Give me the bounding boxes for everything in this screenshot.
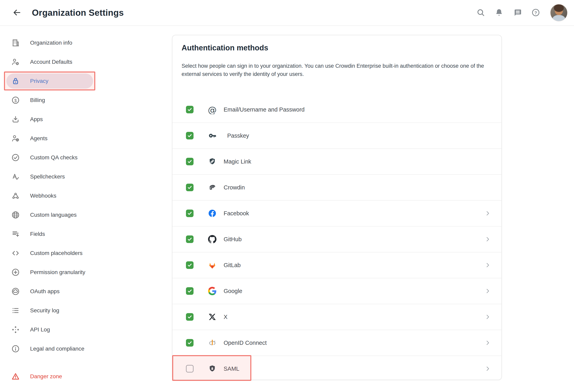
chevron-right-icon[interactable] [484, 365, 491, 372]
sidebar-item-label: Permission granularity [30, 269, 85, 275]
auth-row-google: Google [172, 278, 501, 304]
sidebar-item-legal-and-compliance[interactable]: Legal and compliance [0, 339, 164, 358]
sidebar-item-label: Custom languages [30, 212, 77, 218]
shield-link-icon [207, 157, 217, 166]
svg-text:@: @ [208, 105, 217, 114]
github-checkbox[interactable] [186, 235, 194, 243]
auth-method-label: OpenID Connect [224, 340, 267, 346]
notifications-button[interactable] [494, 8, 504, 18]
authentication-methods-card: Authentication methods Select how people… [172, 35, 502, 380]
chevron-right-icon[interactable] [484, 339, 491, 346]
warning-triangle-icon [11, 372, 20, 381]
user-gear-icon [11, 57, 20, 67]
sidebar-item-security-log[interactable]: Security log [0, 301, 164, 320]
user-avatar[interactable] [550, 4, 568, 21]
webhook-icon [11, 191, 20, 200]
auth-method-label: X [224, 314, 227, 320]
svg-text:?: ? [534, 10, 537, 15]
sidebar-item-label: API Log [30, 327, 50, 333]
auth-row-magic-link: Magic Link [172, 148, 501, 174]
sidebar-item-label: Fields [30, 231, 45, 237]
dollar-circle-icon: $ [11, 96, 20, 105]
sidebar-item-account-defaults[interactable]: Account Defaults [0, 52, 164, 72]
sidebar-item-fields[interactable]: Fields [0, 224, 164, 244]
x-checkbox[interactable] [186, 313, 194, 321]
sidebar-item-custom-qa-checks[interactable]: Custom QA checks [0, 148, 164, 167]
sidebar-item-label: Security log [30, 307, 59, 314]
auth-row-email: @ Email/Username and Password [172, 97, 501, 122]
sidebar-item-api-log[interactable]: API Log [0, 320, 164, 339]
svg-text:$: $ [14, 98, 17, 103]
sidebar-item-agents[interactable]: Agents [0, 129, 164, 148]
sidebar-item-label: Account Defaults [30, 59, 72, 65]
messages-button[interactable] [512, 8, 523, 18]
chevron-right-icon[interactable] [484, 288, 491, 294]
auth-method-label: Facebook [224, 210, 249, 217]
bell-icon [494, 8, 504, 18]
sidebar-item-webhooks[interactable]: Webhooks [0, 186, 164, 205]
spellcheck-icon [11, 172, 20, 181]
saml-checkbox[interactable] [186, 365, 194, 372]
chevron-right-icon[interactable] [484, 262, 491, 269]
search-icon [476, 8, 485, 18]
x-icon [207, 312, 217, 322]
help-icon: ? [531, 8, 540, 18]
at-sign-icon: @ [207, 105, 217, 114]
arrow-left-icon [12, 8, 21, 18]
topbar-actions: ? [475, 4, 568, 21]
google-checkbox[interactable] [186, 287, 194, 295]
sidebar-item-danger-zone[interactable]: Danger zone [0, 367, 164, 386]
back-button[interactable] [11, 7, 22, 18]
facebook-checkbox[interactable] [186, 210, 194, 217]
auth-row-passkey: Passkey [172, 122, 501, 148]
code-brackets-icon [11, 249, 20, 258]
auth-method-label: GitLab [224, 262, 241, 269]
crowdin-checkbox[interactable] [186, 184, 194, 191]
topbar: Organization Settings [0, 0, 574, 26]
globe-icon [11, 210, 20, 219]
chat-icon [513, 8, 522, 18]
sidebar-item-label: Organization info [30, 40, 72, 46]
email-checkbox[interactable] [186, 106, 194, 113]
sidebar-item-label: Webhooks [30, 193, 56, 199]
openid-checkbox[interactable] [186, 339, 194, 347]
auth-methods-list: @ Email/Username and Password [172, 97, 501, 380]
page-title: Organization Settings [32, 8, 124, 18]
sidebar-item-oauth-apps[interactable]: OAuth apps [0, 282, 164, 301]
sidebar-item-label: Billing [30, 97, 45, 103]
auth-row-openid-connect: OpenID Connect [172, 330, 501, 355]
sidebar-item-spellcheckers[interactable]: Spellcheckers [0, 167, 164, 186]
google-icon [207, 286, 217, 296]
sidebar-item-label: Spellcheckers [30, 174, 65, 180]
sidebar-item-organization-info[interactable]: Organization info [0, 33, 164, 52]
sidebar-item-label: OAuth apps [30, 288, 60, 294]
chevron-right-icon[interactable] [484, 314, 491, 320]
sidebar-item-billing[interactable]: $ Billing [0, 91, 164, 110]
sidebar-item-apps[interactable]: Apps [0, 110, 164, 129]
help-button[interactable]: ? [531, 8, 541, 18]
gitlab-checkbox[interactable] [186, 261, 194, 269]
auth-method-label: Email/Username and Password [224, 106, 305, 113]
sidebar-item-permission-granularity[interactable]: Permission granularity [0, 263, 164, 282]
building-icon [11, 38, 20, 47]
shield-lock-icon [207, 364, 217, 373]
sidebar-item-custom-placeholders[interactable]: Custom placeholders [0, 244, 164, 263]
sidebar-item-custom-languages[interactable]: Custom languages [0, 205, 164, 224]
chevron-right-icon[interactable] [484, 210, 491, 217]
settings-sidebar: Organization info Account Defaults [0, 25, 164, 386]
chevron-right-icon[interactable] [484, 236, 491, 243]
auth-method-label: SAML [224, 366, 239, 372]
openid-icon [207, 338, 217, 348]
list-plus-icon [11, 230, 20, 239]
sidebar-item-privacy[interactable]: Privacy [0, 72, 164, 91]
check-circle-icon [11, 153, 20, 162]
search-button[interactable] [475, 8, 486, 18]
magic-link-checkbox[interactable] [186, 158, 194, 165]
auth-method-label: GitHub [224, 236, 242, 243]
info-circle-icon [11, 344, 20, 353]
passkey-checkbox[interactable] [186, 132, 194, 139]
card-description: Select how people can sign in to your or… [182, 62, 490, 78]
sidebar-item-label: Legal and compliance [30, 346, 84, 352]
crowdin-icon [207, 183, 217, 192]
organization-settings-page: Organization Settings [0, 0, 574, 392]
